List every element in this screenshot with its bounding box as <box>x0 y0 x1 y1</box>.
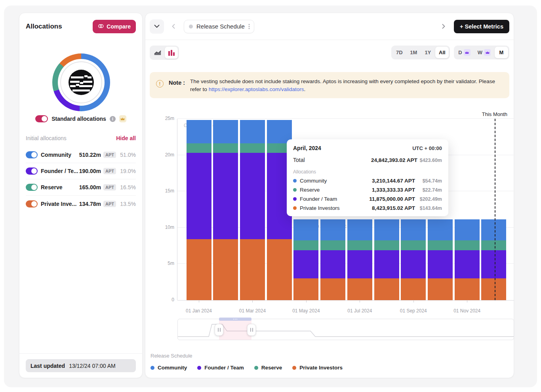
scroll-right-icon[interactable] <box>438 24 449 29</box>
toggle-knob <box>31 168 37 174</box>
allocation-row: Founder / Te...190.00mAPT19.0% <box>26 163 136 179</box>
bar-segment[interactable] <box>455 219 480 240</box>
chart-navigator[interactable] <box>177 319 514 340</box>
bar-segment[interactable] <box>374 250 399 278</box>
standard-allocations-row: Standard allocations i <box>19 115 142 122</box>
allocation-amount: 190.00m <box>79 168 101 174</box>
area-chart-button[interactable] <box>151 47 164 59</box>
this-month-label: This Month <box>482 111 507 117</box>
granularity-button-m[interactable]: M <box>495 47 508 58</box>
metric-pill-release-schedule[interactable]: Release Schedule <box>184 20 254 33</box>
legend-item[interactable]: Private Investors <box>292 365 343 371</box>
bar-segment[interactable] <box>428 219 453 240</box>
tooltip-rows: Community3,210,144.67 APT$54.74mReserve1… <box>293 178 442 211</box>
bar-segment[interactable] <box>320 219 345 240</box>
bar-segment[interactable] <box>374 278 399 300</box>
allocations-donut-chart <box>52 53 110 111</box>
bar-segment[interactable] <box>401 250 426 278</box>
bar-segment[interactable] <box>320 240 345 250</box>
bar-segment[interactable] <box>240 120 265 143</box>
bar-segment[interactable] <box>213 239 238 300</box>
bar-segment[interactable] <box>428 240 453 250</box>
standard-allocations-toggle[interactable] <box>35 115 48 122</box>
legend-title: Release Schedule <box>150 353 192 359</box>
legend-item[interactable]: Community <box>150 365 187 371</box>
granularity-button-d[interactable]: D <box>455 47 473 58</box>
bar-segment[interactable] <box>187 239 211 300</box>
allocation-toggle[interactable] <box>26 200 38 207</box>
allocation-unit-chip: APT <box>103 201 116 207</box>
y-axis-label: 5m <box>155 261 174 266</box>
toggle-knob <box>31 152 37 158</box>
bar-segment[interactable] <box>320 278 345 300</box>
bar-segment[interactable] <box>481 219 506 240</box>
legend-item[interactable]: Founder / Team <box>197 365 244 371</box>
tooltip-series-apt: 8,423,915.02 APT <box>372 205 415 211</box>
bar-segment[interactable] <box>401 219 426 240</box>
info-icon[interactable]: i <box>110 116 116 122</box>
toggle-knob <box>31 185 37 190</box>
bar-segment[interactable] <box>213 153 238 239</box>
hide-all-link[interactable]: Hide all <box>116 135 136 141</box>
bar-segment[interactable] <box>240 153 265 239</box>
legend-item[interactable]: Reserve <box>254 365 282 371</box>
compare-button[interactable]: Compare <box>93 20 136 33</box>
navigator-handle-right[interactable] <box>247 324 256 336</box>
bar-segment[interactable] <box>374 219 399 240</box>
bar-segment[interactable] <box>240 239 265 300</box>
bar-segment[interactable] <box>213 120 238 143</box>
collapse-dropdown-button[interactable] <box>150 19 164 34</box>
navigator-selection[interactable] <box>219 319 251 340</box>
navigator-selection-topbar[interactable] <box>219 318 251 321</box>
scroll-left-icon[interactable] <box>168 24 179 29</box>
y-axis-label: 10m <box>155 225 174 230</box>
bar-segment[interactable] <box>347 240 372 250</box>
bar-segment[interactable] <box>455 250 480 278</box>
range-button-1y[interactable]: 1Y <box>421 47 434 58</box>
validators-link[interactable]: https://explorer.aptoslabs.com/validator… <box>209 86 304 92</box>
x-axis-label: 01 Nov 2024 <box>453 308 480 314</box>
bar-segment[interactable] <box>428 250 453 278</box>
bar-segment[interactable] <box>267 239 292 300</box>
metric-pill-label: Release Schedule <box>196 23 245 30</box>
bar-segment[interactable] <box>320 250 345 278</box>
bar-segment[interactable] <box>481 240 506 250</box>
bar-segment[interactable] <box>187 143 211 153</box>
bar-segment[interactable] <box>293 219 318 240</box>
allocation-amount: 165.00m <box>79 184 101 190</box>
granularity-button-w[interactable]: W <box>474 47 494 58</box>
bar-segment[interactable] <box>293 250 318 278</box>
allocation-toggle[interactable] <box>26 184 38 191</box>
bar-segment[interactable] <box>455 240 480 250</box>
bar-segment[interactable] <box>347 278 372 300</box>
bar-segment[interactable] <box>187 153 211 239</box>
kebab-menu-icon[interactable] <box>248 24 250 29</box>
select-metrics-button[interactable]: + Select Metrics <box>454 20 509 33</box>
allocation-toggle[interactable] <box>26 167 38 175</box>
bar-segment[interactable] <box>293 278 318 300</box>
allocations-header: Allocations Compare <box>19 13 142 33</box>
bar-segment[interactable] <box>347 219 372 240</box>
range-button-1m[interactable]: 1M <box>407 47 420 58</box>
navigator-handle-left[interactable] <box>215 324 223 336</box>
bar-segment[interactable] <box>293 240 318 250</box>
bar-segment[interactable] <box>481 278 506 300</box>
bar-segment[interactable] <box>187 120 211 143</box>
allocation-percent: 51.0% <box>118 152 136 158</box>
range-button-all[interactable]: All <box>435 47 449 58</box>
bar-segment[interactable] <box>213 143 238 153</box>
bar-segment[interactable] <box>347 250 372 278</box>
bar-segment[interactable] <box>481 250 506 278</box>
allocation-toggle[interactable] <box>26 151 38 158</box>
tooltip-row: Community3,210,144.67 APT$54.74m <box>293 178 442 184</box>
range-button-7d[interactable]: 7D <box>392 47 406 58</box>
bar-segment[interactable] <box>401 278 426 300</box>
legend-label: Private Investors <box>299 365 343 371</box>
bar-segment[interactable] <box>401 240 426 250</box>
bar-chart-button[interactable] <box>165 47 178 59</box>
bar-segment[interactable] <box>374 240 399 250</box>
x-axis-tick <box>252 301 253 303</box>
bar-segment[interactable] <box>240 143 265 153</box>
bar-segment[interactable] <box>428 278 453 300</box>
bar-segment[interactable] <box>455 278 480 300</box>
